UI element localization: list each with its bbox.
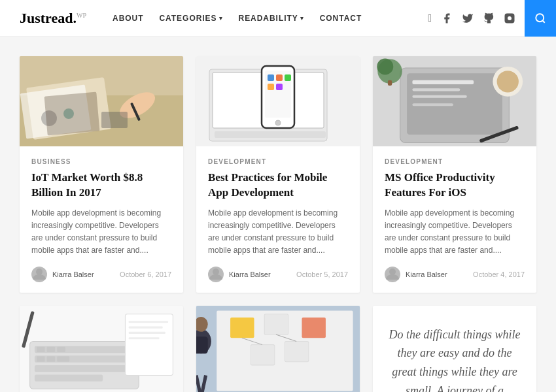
svg-rect-56	[129, 326, 163, 328]
nav-readability[interactable]: READABILITY ▾	[239, 14, 304, 23]
logo-text: Justread.	[20, 10, 77, 26]
svg-rect-54	[125, 314, 173, 375]
svg-rect-62	[230, 318, 254, 338]
svg-rect-50	[57, 346, 65, 351]
card-mobile-footer: Kiarra Balser October 5, 2017	[208, 267, 348, 282]
svg-rect-17	[215, 131, 326, 138]
nav-contact[interactable]: CONTACT	[320, 14, 362, 23]
svg-rect-52	[47, 356, 56, 361]
card-mobile-date: October 5, 2017	[296, 270, 348, 278]
card-iot-body: BUSINESS IoT Market Worth $8.8 Billion I…	[20, 146, 183, 293]
svg-rect-71	[196, 336, 208, 353]
svg-rect-55	[129, 321, 168, 323]
svg-point-38	[377, 58, 393, 74]
svg-point-26	[213, 269, 219, 275]
nav-categories[interactable]: CATEGORIES ▾	[159, 14, 222, 23]
facebook-icon[interactable]: 	[428, 12, 432, 24]
logo-sup: WP	[77, 11, 86, 18]
card-msoffice-date: October 4, 2017	[473, 270, 525, 278]
instagram-icon[interactable]	[504, 12, 515, 24]
nav-about[interactable]: ABOUT	[113, 14, 143, 23]
readability-chevron-icon: ▾	[300, 15, 304, 22]
svg-rect-65	[251, 344, 274, 365]
svg-rect-31	[412, 80, 474, 84]
card-iot-author: Kiarra Balser	[52, 270, 114, 278]
svg-rect-21	[268, 74, 274, 81]
card-iot-excerpt: Mobile app development is becoming incre…	[31, 207, 171, 257]
svg-rect-33	[412, 95, 466, 98]
svg-rect-66	[285, 341, 308, 361]
main-content: BUSINESS IoT Market Worth $8.8 Billion I…	[0, 37, 556, 392]
card-msoffice-excerpt: Mobile app development is becoming incre…	[385, 207, 525, 257]
svg-point-11	[63, 108, 74, 119]
svg-rect-46	[35, 365, 134, 372]
svg-point-10	[41, 110, 57, 126]
svg-rect-7	[20, 84, 92, 139]
card-mobile-body: DEVELOPMENT Best Practices for Mobile Ap…	[196, 146, 360, 293]
svg-rect-22	[276, 74, 283, 81]
card-msoffice-body: DEVELOPMENT MS Office Productivity Featu…	[373, 146, 536, 293]
svg-rect-49	[47, 346, 56, 351]
categories-chevron-icon: ▾	[219, 15, 223, 22]
card-mobile-category: DEVELOPMENT	[208, 158, 348, 165]
svg-rect-25	[276, 84, 283, 90]
card-whiteboard: BUSINESS	[196, 306, 360, 392]
card-msoffice-footer: Kiarra Balser October 4, 2017	[385, 267, 525, 282]
navbar: Justread.WP ABOUT CATEGORIES ▾ READABILI…	[0, 0, 556, 37]
svg-rect-58	[129, 337, 160, 339]
card-mobile-title: Best Practices for Mobile App Developmen…	[208, 171, 348, 201]
card-grid-row2: DEVELOPMENT	[20, 306, 536, 392]
svg-rect-24	[268, 84, 274, 90]
card-mobile-author: Kiarra Balser	[229, 270, 291, 278]
card-mobile-excerpt: Mobile app development is becoming incre…	[208, 207, 348, 257]
svg-rect-23	[285, 74, 291, 81]
svg-rect-48	[37, 346, 45, 351]
card-mobile-avatar	[208, 267, 224, 282]
card-iot-title: IoT Market Worth $8.8 Billion In 2017	[31, 171, 171, 201]
card-iot: BUSINESS IoT Market Worth $8.8 Billion I…	[20, 56, 183, 293]
card-iot-date: October 6, 2017	[120, 270, 171, 278]
nav-links: ABOUT CATEGORIES ▾ READABILITY ▾ CONTA	[113, 13, 362, 24]
card-msoffice: DEVELOPMENT MS Office Productivity Featu…	[373, 56, 536, 293]
svg-rect-51	[37, 356, 45, 361]
card-iot-avatar	[31, 267, 47, 282]
svg-rect-34	[412, 103, 453, 106]
card-iot-category: BUSINESS	[31, 158, 171, 165]
svg-rect-39	[388, 80, 392, 86]
card-msoffice-author: Kiarra Balser	[406, 270, 468, 278]
svg-rect-12	[101, 112, 128, 128]
svg-point-13	[36, 269, 43, 275]
svg-rect-32	[412, 88, 460, 91]
card-mobile: DEVELOPMENT Best Practices for Mobile Ap…	[196, 56, 360, 293]
facebook-icon[interactable]	[441, 12, 453, 24]
github-icon[interactable]	[483, 12, 495, 24]
site-logo[interactable]: Justread.WP	[20, 10, 86, 27]
card-iot-image	[20, 56, 183, 146]
svg-point-20	[275, 120, 281, 125]
card-whiteboard-image	[196, 306, 360, 392]
card-msoffice-category: DEVELOPMENT	[385, 158, 525, 165]
twitter-icon[interactable]	[462, 12, 474, 24]
svg-rect-63	[264, 314, 288, 334]
card-grid-row1: BUSINESS IoT Market Worth $8.8 Billion I…	[20, 56, 536, 293]
navbar-right: 	[428, 0, 536, 37]
svg-rect-53	[57, 356, 69, 361]
svg-point-36	[497, 71, 519, 92]
quote-card: Do the difficult things while they are e…	[373, 306, 536, 392]
svg-point-41	[389, 269, 396, 275]
card-keyboard-image	[20, 306, 183, 392]
card-msoffice-image	[373, 56, 536, 146]
quote-text: Do the difficult things while they are e…	[389, 325, 521, 392]
svg-rect-64	[302, 318, 325, 338]
card-msoffice-avatar	[385, 267, 400, 282]
svg-rect-57	[129, 331, 165, 333]
navbar-left: Justread.WP ABOUT CATEGORIES ▾ READABILI…	[20, 10, 362, 27]
svg-point-2	[536, 14, 544, 22]
svg-rect-47	[35, 374, 103, 381]
search-button[interactable]	[525, 0, 556, 37]
card-keyboard: DEVELOPMENT	[20, 306, 183, 392]
card-msoffice-title: MS Office Productivity Features For iOS	[385, 171, 525, 201]
card-mobile-image	[196, 56, 360, 146]
svg-line-3	[542, 20, 544, 22]
card-iot-footer: Kiarra Balser October 6, 2017	[31, 267, 171, 282]
